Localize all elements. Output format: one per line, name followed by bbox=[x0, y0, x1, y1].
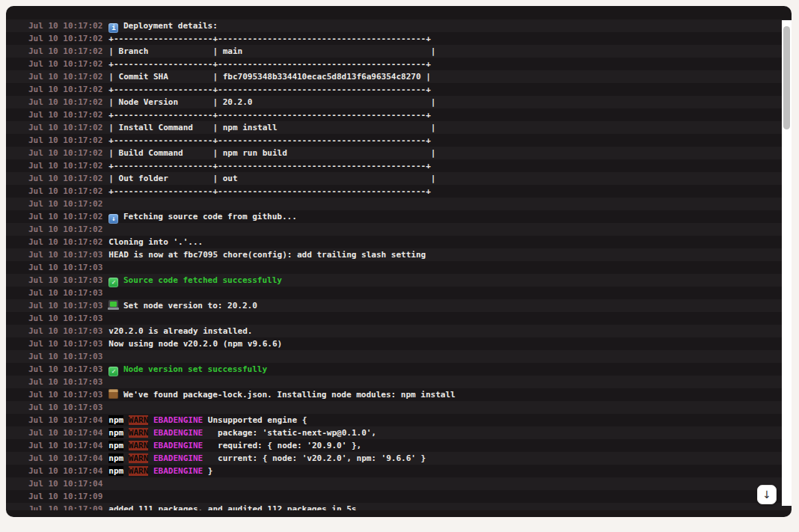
npm-badge: npm bbox=[108, 453, 123, 463]
log-message: +--------------------+------------------… bbox=[108, 186, 430, 196]
log-text: EBADENGINE bbox=[153, 453, 203, 463]
down-arrow-icon: ↓ bbox=[762, 489, 771, 501]
log-text: | Install Command | npm install | bbox=[108, 123, 435, 132]
log-line: Jul 10 10:17:02+--------------------+---… bbox=[6, 32, 792, 45]
log-text bbox=[123, 453, 129, 463]
log-message: +--------------------+------------------… bbox=[108, 135, 430, 145]
log-line: Jul 10 10:17:02+--------------------+---… bbox=[6, 83, 792, 96]
log-line: Jul 10 10:17:03 bbox=[6, 376, 792, 388]
log-timestamp: Jul 10 10:17:02 bbox=[28, 123, 102, 132]
scrollbar-track[interactable] bbox=[782, 20, 792, 506]
log-text: v20.2.0 is already installed. bbox=[108, 326, 252, 336]
log-text bbox=[148, 415, 153, 425]
log-message: Now using node v20.2.0 (npm v9.6.6) bbox=[108, 339, 282, 349]
log-timestamp: Jul 10 10:17:02 bbox=[28, 34, 102, 43]
log-timestamp: Jul 10 10:17:03 bbox=[28, 275, 102, 285]
log-timestamp: Jul 10 10:17:02 bbox=[28, 110, 102, 120]
log-line: Jul 10 10:17:02 bbox=[6, 198, 792, 210]
log-timestamp: Jul 10 10:17:02 bbox=[28, 21, 102, 31]
log-text: +--------------------+------------------… bbox=[108, 34, 430, 43]
log-line: Jul 10 10:17:02i Deployment details: bbox=[6, 19, 792, 32]
warn-badge: WARN bbox=[129, 466, 149, 476]
log-line: Jul 10 10:17:02+--------------------+---… bbox=[6, 134, 792, 147]
log-scroll-area[interactable]: Jul 10 10:17:02i Deployment details:Jul … bbox=[6, 19, 792, 510]
log-timestamp: Jul 10 10:17:04 bbox=[28, 428, 102, 438]
log-message: ✓ Node version set successfully bbox=[108, 364, 267, 374]
log-timestamp: Jul 10 10:17:03 bbox=[28, 250, 102, 260]
log-timestamp: Jul 10 10:17:02 bbox=[28, 161, 102, 171]
log-line: Jul 10 10:17:02Cloning into '.'... bbox=[6, 236, 792, 248]
log-line: Jul 10 10:17:02↓ Fetching source code fr… bbox=[6, 210, 792, 223]
log-timestamp: Jul 10 10:17:02 bbox=[28, 224, 102, 234]
log-line: Jul 10 10:17:04npm WARN EBADENGINE } bbox=[6, 465, 792, 477]
log-message: +--------------------+------------------… bbox=[108, 161, 430, 171]
log-line: Jul 10 10:17:04 bbox=[6, 477, 792, 490]
log-text: | Node Version | 20.2.0 | bbox=[108, 97, 435, 107]
npm-badge: npm bbox=[108, 466, 123, 476]
log-text: We've found package-lock.json. Installin… bbox=[118, 390, 455, 400]
log-timestamp: Jul 10 10:17:04 bbox=[28, 415, 102, 425]
log-timestamp: Jul 10 10:17:03 bbox=[28, 390, 102, 400]
log-message: | Install Command | npm install | bbox=[108, 123, 435, 132]
log-text bbox=[123, 428, 129, 438]
log-message: | Out folder | out | bbox=[108, 174, 435, 183]
log-text bbox=[123, 415, 129, 425]
log-line: Jul 10 10:17:03 bbox=[6, 401, 792, 414]
log-message: npm WARN EBADENGINE required: { node: '2… bbox=[108, 441, 361, 450]
log-text: EBADENGINE bbox=[153, 466, 203, 476]
log-timestamp: Jul 10 10:17:04 bbox=[28, 466, 102, 476]
log-line: Jul 10 10:17:04npm WARN EBADENGINE curre… bbox=[6, 452, 792, 465]
log-timestamp: Jul 10 10:17:03 bbox=[28, 314, 102, 323]
log-timestamp: Jul 10 10:17:02 bbox=[28, 212, 102, 221]
deployment-log-panel: Jul 10 10:17:02i Deployment details:Jul … bbox=[6, 6, 792, 517]
log-timestamp: Jul 10 10:17:02 bbox=[28, 97, 102, 107]
laptop-icon bbox=[108, 300, 118, 310]
log-timestamp: Jul 10 10:17:03 bbox=[28, 403, 102, 412]
log-line: Jul 10 10:17:02+--------------------+---… bbox=[6, 108, 792, 121]
log-text: EBADENGINE bbox=[153, 441, 203, 450]
npm-badge: npm bbox=[108, 428, 123, 438]
log-text bbox=[123, 441, 129, 450]
log-line: Jul 10 10:17:02+--------------------+---… bbox=[6, 58, 792, 70]
log-line: Jul 10 10:17:02| Node Version | 20.2.0 | bbox=[6, 96, 792, 108]
log-text: +--------------------+------------------… bbox=[108, 85, 430, 94]
log-timestamp: Jul 10 10:17:04 bbox=[28, 479, 102, 489]
log-timestamp: Jul 10 10:17:02 bbox=[28, 199, 102, 209]
npm-badge: npm bbox=[108, 415, 123, 425]
log-line: Jul 10 10:17:03 We've found package-lock… bbox=[6, 388, 792, 401]
laptop-screen bbox=[110, 302, 117, 307]
log-line: Jul 10 10:17:02| Install Command | npm i… bbox=[6, 121, 792, 134]
log-line: Jul 10 10:17:02| Commit SHA | fbc7095348… bbox=[6, 70, 792, 83]
log-text: package: 'static-next-wp@0.1.0', bbox=[203, 428, 376, 438]
log-timestamp: Jul 10 10:17:09 bbox=[28, 492, 102, 501]
page-background: { "colors": { "page_bg": "#f6f3f0", "pan… bbox=[0, 0, 799, 532]
log-message: | Commit SHA | fbc7095348b334410ecac5d8d… bbox=[108, 72, 430, 82]
log-line: Jul 10 10:17:04npm WARN EBADENGINE Unsup… bbox=[6, 414, 792, 426]
log-message: ↓ Fetching source code from github... bbox=[108, 212, 296, 221]
log-text: +--------------------+------------------… bbox=[108, 110, 430, 120]
scroll-to-bottom-button[interactable]: ↓ bbox=[757, 485, 777, 504]
log-text bbox=[148, 466, 153, 476]
log-text: EBADENGINE bbox=[153, 428, 203, 438]
log-message: | Node Version | 20.2.0 | bbox=[108, 97, 435, 107]
log-timestamp: Jul 10 10:17:03 bbox=[28, 364, 102, 374]
warn-badge: WARN bbox=[129, 415, 149, 425]
log-text: Node version set successfully bbox=[118, 364, 267, 374]
log-line: Jul 10 10:17:09added 111 packages, and a… bbox=[6, 503, 792, 510]
down-icon: ↓ bbox=[108, 214, 118, 224]
log-text bbox=[148, 453, 153, 463]
log-line: Jul 10 10:17:03Now using node v20.2.0 (n… bbox=[6, 337, 792, 350]
log-text: EBADENGINE bbox=[153, 415, 203, 425]
log-message: +--------------------+------------------… bbox=[108, 85, 430, 94]
info-icon: i bbox=[108, 23, 118, 33]
log-timestamp: Jul 10 10:17:03 bbox=[28, 339, 102, 349]
log-timestamp: Jul 10 10:17:02 bbox=[28, 85, 102, 94]
log-text: Unsupported engine { bbox=[203, 415, 307, 425]
log-timestamp: Jul 10 10:17:03 bbox=[28, 288, 102, 298]
scrollbar-thumb[interactable] bbox=[783, 26, 790, 129]
log-timestamp: Jul 10 10:17:02 bbox=[28, 46, 102, 56]
log-timestamp: Jul 10 10:17:02 bbox=[28, 135, 102, 145]
log-text: | Commit SHA | fbc7095348b334410ecac5d8d… bbox=[108, 72, 430, 82]
package-icon bbox=[108, 389, 118, 399]
log-message: | Branch | main | bbox=[108, 46, 435, 56]
